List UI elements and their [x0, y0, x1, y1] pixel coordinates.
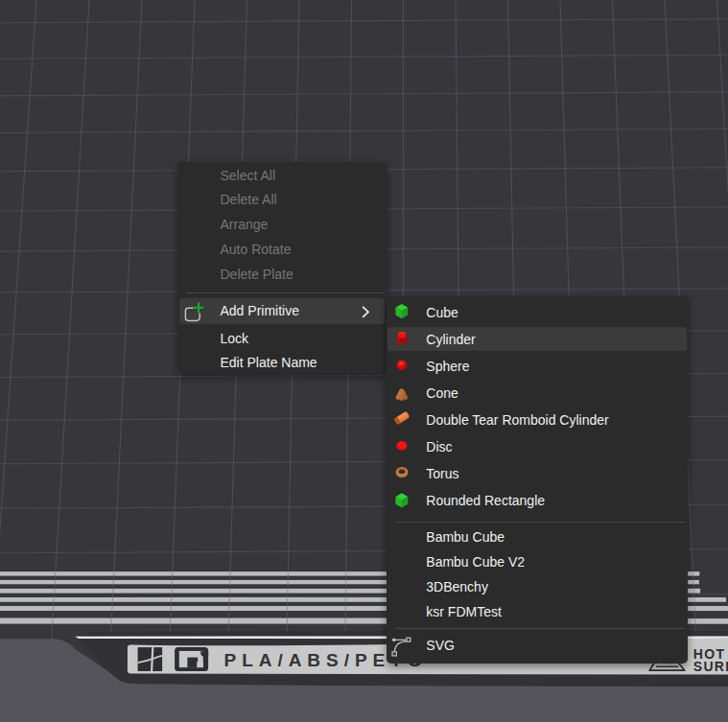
svg-text:SURFACE: SURFACE [693, 659, 728, 674]
